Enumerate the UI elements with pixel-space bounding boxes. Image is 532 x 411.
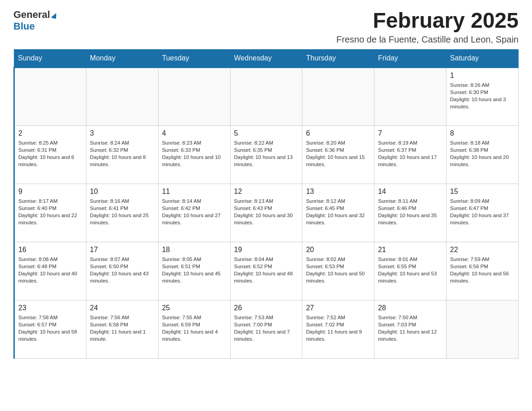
- col-tuesday: Tuesday: [158, 49, 230, 67]
- day-info: Sunrise: 8:19 AMSunset: 6:37 PMDaylight:…: [378, 139, 442, 168]
- day-number: 12: [234, 188, 299, 196]
- day-info: Sunrise: 8:09 AMSunset: 6:47 PMDaylight:…: [450, 197, 515, 226]
- day-number: 24: [90, 304, 154, 312]
- logo-general: General: [13, 9, 57, 21]
- calendar-day-cell: 22Sunrise: 7:59 AMSunset: 6:56 PMDayligh…: [446, 242, 519, 300]
- day-number: 18: [162, 246, 227, 254]
- day-number: 5: [234, 129, 299, 137]
- calendar-day-cell: [302, 67, 374, 125]
- day-info: Sunrise: 8:04 AMSunset: 6:52 PMDaylight:…: [234, 256, 299, 284]
- day-info: Sunrise: 8:16 AMSunset: 6:41 PMDaylight:…: [90, 197, 154, 226]
- col-thursday: Thursday: [302, 49, 374, 67]
- day-info: Sunrise: 7:53 AMSunset: 7:00 PMDaylight:…: [234, 314, 299, 342]
- calendar-day-cell: 17Sunrise: 8:07 AMSunset: 6:50 PMDayligh…: [86, 242, 158, 300]
- logo-blue: Blue: [13, 21, 35, 32]
- day-number: 27: [306, 304, 370, 312]
- calendar-day-cell: 26Sunrise: 7:53 AMSunset: 7:00 PMDayligh…: [230, 300, 302, 358]
- calendar-table: Sunday Monday Tuesday Wednesday Thursday…: [13, 49, 519, 359]
- day-number: 22: [450, 246, 515, 254]
- day-info: Sunrise: 7:52 AMSunset: 7:02 PMDaylight:…: [306, 314, 370, 342]
- title-section: February 2025 Fresno de la Fuente, Casti…: [336, 9, 519, 45]
- calendar-day-cell: 18Sunrise: 8:05 AMSunset: 6:51 PMDayligh…: [158, 242, 230, 300]
- day-info: Sunrise: 8:17 AMSunset: 6:40 PMDaylight:…: [18, 197, 82, 226]
- day-number: 20: [306, 246, 370, 254]
- calendar-day-cell: [374, 67, 446, 125]
- day-info: Sunrise: 8:08 AMSunset: 6:48 PMDaylight:…: [18, 256, 82, 284]
- day-info: Sunrise: 8:25 AMSunset: 6:31 PMDaylight:…: [18, 139, 82, 168]
- day-number: 1: [450, 72, 515, 80]
- calendar-day-cell: 8Sunrise: 8:18 AMSunset: 6:38 PMDaylight…: [446, 125, 519, 184]
- day-info: Sunrise: 8:26 AMSunset: 6:30 PMDaylight:…: [450, 81, 515, 110]
- calendar-day-cell: 5Sunrise: 8:22 AMSunset: 6:35 PMDaylight…: [230, 125, 302, 184]
- day-info: Sunrise: 7:56 AMSunset: 6:58 PMDaylight:…: [90, 314, 154, 342]
- calendar-day-cell: 3Sunrise: 8:24 AMSunset: 6:32 PMDaylight…: [86, 125, 158, 184]
- day-number: 28: [378, 304, 442, 312]
- calendar-day-cell: 23Sunrise: 7:58 AMSunset: 6:57 PMDayligh…: [14, 300, 86, 358]
- col-sunday: Sunday: [14, 49, 86, 67]
- day-number: 15: [450, 188, 515, 196]
- calendar-day-cell: 21Sunrise: 8:01 AMSunset: 6:55 PMDayligh…: [374, 242, 446, 300]
- day-info: Sunrise: 8:07 AMSunset: 6:50 PMDaylight:…: [90, 256, 154, 284]
- calendar-day-cell: 20Sunrise: 8:02 AMSunset: 6:53 PMDayligh…: [302, 242, 374, 300]
- calendar-day-cell: 15Sunrise: 8:09 AMSunset: 6:47 PMDayligh…: [446, 184, 519, 242]
- header-row: Sunday Monday Tuesday Wednesday Thursday…: [14, 49, 519, 67]
- day-number: 11: [162, 188, 227, 196]
- calendar-day-cell: 27Sunrise: 7:52 AMSunset: 7:02 PMDayligh…: [302, 300, 374, 358]
- day-number: 6: [306, 129, 370, 137]
- day-number: 2: [18, 129, 82, 137]
- calendar-day-cell: 12Sunrise: 8:13 AMSunset: 6:43 PMDayligh…: [230, 184, 302, 242]
- logo: General Blue: [13, 9, 57, 32]
- calendar-day-cell: 2Sunrise: 8:25 AMSunset: 6:31 PMDaylight…: [14, 125, 86, 184]
- calendar-day-cell: 7Sunrise: 8:19 AMSunset: 6:37 PMDaylight…: [374, 125, 446, 184]
- day-info: Sunrise: 7:58 AMSunset: 6:57 PMDaylight:…: [18, 314, 82, 342]
- day-info: Sunrise: 8:02 AMSunset: 6:53 PMDaylight:…: [306, 256, 370, 284]
- calendar-day-cell: 24Sunrise: 7:56 AMSunset: 6:58 PMDayligh…: [86, 300, 158, 358]
- day-number: 16: [18, 246, 82, 254]
- day-info: Sunrise: 8:01 AMSunset: 6:55 PMDaylight:…: [378, 256, 442, 284]
- day-number: 17: [90, 246, 154, 254]
- calendar-header: Sunday Monday Tuesday Wednesday Thursday…: [14, 49, 519, 67]
- day-info: Sunrise: 8:13 AMSunset: 6:43 PMDaylight:…: [234, 197, 299, 226]
- day-info: Sunrise: 8:11 AMSunset: 6:46 PMDaylight:…: [378, 197, 442, 226]
- col-saturday: Saturday: [446, 49, 519, 67]
- calendar-day-cell: 4Sunrise: 8:23 AMSunset: 6:33 PMDaylight…: [158, 125, 230, 184]
- day-number: 25: [162, 304, 227, 312]
- day-info: Sunrise: 8:12 AMSunset: 6:45 PMDaylight:…: [306, 197, 370, 226]
- calendar-week-row: 16Sunrise: 8:08 AMSunset: 6:48 PMDayligh…: [14, 242, 519, 300]
- day-info: Sunrise: 8:24 AMSunset: 6:32 PMDaylight:…: [90, 139, 154, 168]
- day-number: 26: [234, 304, 299, 312]
- calendar-body: 1Sunrise: 8:26 AMSunset: 6:30 PMDaylight…: [14, 67, 519, 358]
- day-number: 23: [18, 304, 82, 312]
- day-number: 14: [378, 188, 442, 196]
- calendar-week-row: 9Sunrise: 8:17 AMSunset: 6:40 PMDaylight…: [14, 184, 519, 242]
- page-header: General Blue February 2025 Fresno de la …: [13, 9, 519, 45]
- calendar-day-cell: 14Sunrise: 8:11 AMSunset: 6:46 PMDayligh…: [374, 184, 446, 242]
- calendar-week-row: 1Sunrise: 8:26 AMSunset: 6:30 PMDaylight…: [14, 67, 519, 125]
- day-info: Sunrise: 8:22 AMSunset: 6:35 PMDaylight:…: [234, 139, 299, 168]
- day-number: 21: [378, 246, 442, 254]
- day-info: Sunrise: 7:59 AMSunset: 6:56 PMDaylight:…: [450, 256, 515, 284]
- calendar-week-row: 23Sunrise: 7:58 AMSunset: 6:57 PMDayligh…: [14, 300, 519, 358]
- calendar-day-cell: 11Sunrise: 8:14 AMSunset: 6:42 PMDayligh…: [158, 184, 230, 242]
- logo-arrow-shape: [51, 12, 57, 19]
- day-number: 9: [18, 188, 82, 196]
- calendar-day-cell: [446, 300, 519, 358]
- col-friday: Friday: [374, 49, 446, 67]
- calendar-day-cell: 19Sunrise: 8:04 AMSunset: 6:52 PMDayligh…: [230, 242, 302, 300]
- calendar-day-cell: 25Sunrise: 7:55 AMSunset: 6:59 PMDayligh…: [158, 300, 230, 358]
- calendar-subtitle: Fresno de la Fuente, Castille and Leon, …: [336, 34, 519, 45]
- day-info: Sunrise: 8:23 AMSunset: 6:33 PMDaylight:…: [162, 139, 227, 168]
- calendar-week-row: 2Sunrise: 8:25 AMSunset: 6:31 PMDaylight…: [14, 125, 519, 184]
- calendar-day-cell: 1Sunrise: 8:26 AMSunset: 6:30 PMDaylight…: [446, 67, 519, 125]
- day-info: Sunrise: 8:14 AMSunset: 6:42 PMDaylight:…: [162, 197, 227, 226]
- calendar-day-cell: 6Sunrise: 8:20 AMSunset: 6:36 PMDaylight…: [302, 125, 374, 184]
- calendar-day-cell: 9Sunrise: 8:17 AMSunset: 6:40 PMDaylight…: [14, 184, 86, 242]
- day-info: Sunrise: 8:05 AMSunset: 6:51 PMDaylight:…: [162, 256, 227, 284]
- day-number: 7: [378, 129, 442, 137]
- calendar-day-cell: 28Sunrise: 7:50 AMSunset: 7:03 PMDayligh…: [374, 300, 446, 358]
- calendar-title: February 2025: [336, 9, 519, 33]
- day-number: 8: [450, 129, 515, 137]
- day-number: 10: [90, 188, 154, 196]
- calendar-day-cell: [86, 67, 158, 125]
- day-number: 19: [234, 246, 299, 254]
